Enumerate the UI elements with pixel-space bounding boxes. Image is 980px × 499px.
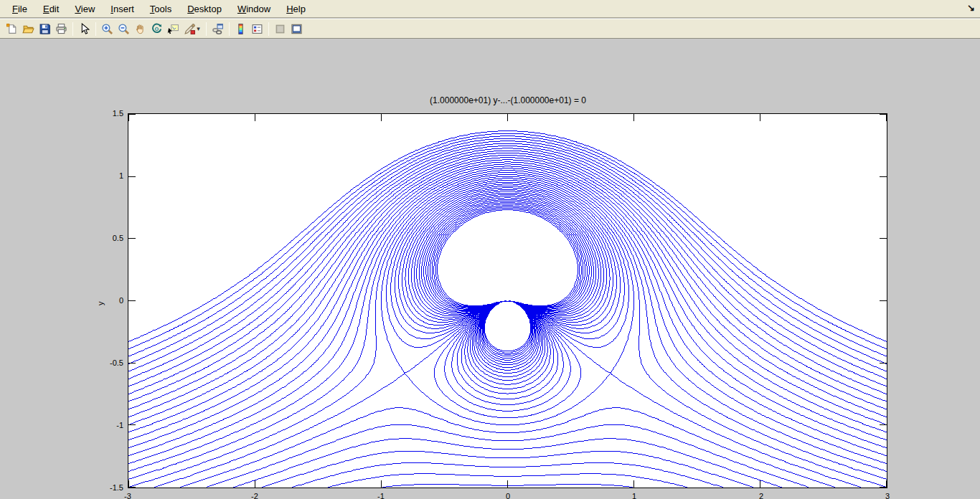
zoom-in-button[interactable] [99,21,116,37]
hand-icon [134,23,146,35]
caret-down-icon[interactable]: ▾ [196,25,202,32]
y-tick-label: -1.5 [93,483,123,493]
rotate-3d-icon [151,23,163,35]
figure-toolbar: ▾ [0,19,980,39]
axes-box [128,113,887,488]
y-tick-label: 0.5 [93,233,123,243]
new-document-icon [6,23,18,35]
new-figure-button[interactable] [4,21,20,37]
matlab-figure-window: File Edit View Insert Tools Desktop Wind… [0,0,980,499]
link-icon [212,23,224,35]
y-tick-label: 1 [93,171,123,181]
menu-file[interactable]: File [4,1,35,16]
open-file-button[interactable] [20,21,37,37]
data-cursor-icon [167,23,179,35]
menu-tools[interactable]: Tools [142,1,179,16]
dock-figure-arrow-icon[interactable]: ↘ [967,2,975,14]
dock-figure-icon [291,23,303,35]
figure-canvas-area: (1.000000e+01) y-...-(1.000000e+01) = 0 … [0,39,980,499]
x-tick-label: -2 [240,492,269,499]
brush-data-button[interactable]: ▾ [182,21,203,37]
insert-legend-button[interactable] [249,21,265,37]
print-figure-button[interactable] [53,21,70,37]
pan-button[interactable] [132,21,149,37]
rotate-3d-button[interactable] [149,21,165,37]
toolbar-separator [72,22,73,36]
legend-icon [251,23,263,35]
toolbar-separator [229,22,230,36]
hide-plot-tools-icon [274,23,286,35]
y-axis-label: y [96,295,106,305]
y-tick-label: -0.5 [93,358,123,368]
x-tick-label: 3 [873,492,902,499]
zoom-out-icon [118,23,130,35]
link-plot-button[interactable] [209,21,226,37]
x-tick-label: 0 [494,492,522,499]
menu-view[interactable]: View [67,1,103,16]
floppy-disk-icon [39,23,51,35]
y-tick-label: 1.5 [93,108,123,118]
edit-plot-button[interactable] [76,21,93,37]
menu-help[interactable]: Help [278,1,314,16]
insert-colorbar-button[interactable] [232,21,249,37]
menu-bar: File Edit View Insert Tools Desktop Wind… [0,0,980,18]
plot-title: (1.000000e+01) y-...-(1.000000e+01) = 0 [329,95,687,105]
zoom-in-icon [101,23,113,35]
zoom-out-button[interactable] [116,21,132,37]
open-folder-icon [22,23,34,35]
printer-icon [55,23,67,35]
toolbar-separator [268,22,269,36]
x-tick-label: -1 [367,492,395,499]
x-tick-label: -3 [113,492,142,499]
toolbar-separator [206,22,207,36]
x-tick-label: 2 [747,492,776,499]
hide-plot-tools-button[interactable] [272,21,288,37]
x-tick-label: 1 [620,492,649,499]
show-plot-tools-dock-button[interactable] [288,21,305,37]
cursor-arrow-icon [78,23,90,35]
menu-insert[interactable]: Insert [103,1,142,16]
y-tick-label: -1 [93,420,123,430]
menu-edit[interactable]: Edit [35,1,67,16]
toolbar-separator [95,22,96,36]
menu-desktop[interactable]: Desktop [179,1,230,16]
colorbar-icon [235,23,247,35]
save-figure-button[interactable] [37,21,53,37]
brush-icon [184,23,196,35]
plot-canvas[interactable] [128,114,887,488]
menu-window[interactable]: Window [230,1,278,16]
data-cursor-button[interactable] [165,21,182,37]
